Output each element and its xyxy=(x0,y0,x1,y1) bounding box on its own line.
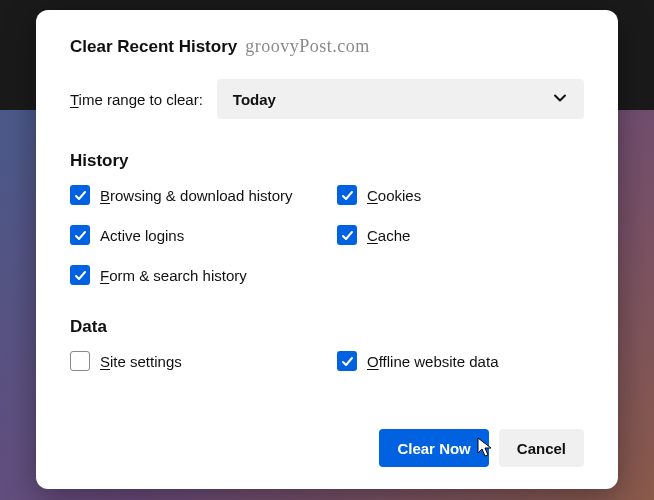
dialog-title: Clear Recent History xyxy=(70,37,237,57)
checkbox-label: Cookies xyxy=(367,187,421,204)
clear-now-button[interactable]: Clear Now xyxy=(379,429,488,467)
checkbox-label: Cache xyxy=(367,227,410,244)
checkbox-offline-data[interactable]: Offline website data xyxy=(337,351,584,371)
checkmark-icon xyxy=(337,225,357,245)
checkmark-icon xyxy=(337,351,357,371)
chevron-down-icon xyxy=(552,90,568,109)
checkbox-cache[interactable]: Cache xyxy=(337,225,584,245)
data-section-title: Data xyxy=(70,317,584,337)
history-section-title: History xyxy=(70,151,584,171)
checkbox-label: Browsing & download history xyxy=(100,187,293,204)
checkmark-icon xyxy=(70,185,90,205)
time-range-select[interactable]: Today xyxy=(217,79,584,119)
cursor-icon xyxy=(477,437,495,462)
checkbox-label: Offline website data xyxy=(367,353,498,370)
watermark-text: groovyPost.com xyxy=(245,36,370,57)
checkbox-label: Active logins xyxy=(100,227,184,244)
checkmark-icon xyxy=(70,225,90,245)
checkbox-site-settings[interactable]: Site settings xyxy=(70,351,317,371)
clear-history-dialog: Clear Recent History groovyPost.com Time… xyxy=(36,10,618,489)
checkbox-label: Site settings xyxy=(100,353,182,370)
checkbox-browsing-history[interactable]: Browsing & download history xyxy=(70,185,317,205)
time-range-value: Today xyxy=(233,91,276,108)
checkbox-empty-icon xyxy=(70,351,90,371)
checkbox-cookies[interactable]: Cookies xyxy=(337,185,584,205)
checkbox-form-search[interactable]: Form & search history xyxy=(70,265,317,285)
checkbox-active-logins[interactable]: Active logins xyxy=(70,225,317,245)
time-range-label: Time range to clear: xyxy=(70,91,203,108)
cancel-button[interactable]: Cancel xyxy=(499,429,584,467)
checkmark-icon xyxy=(70,265,90,285)
clear-now-label: Clear Now xyxy=(397,440,470,457)
checkmark-icon xyxy=(337,185,357,205)
checkbox-label: Form & search history xyxy=(100,267,247,284)
